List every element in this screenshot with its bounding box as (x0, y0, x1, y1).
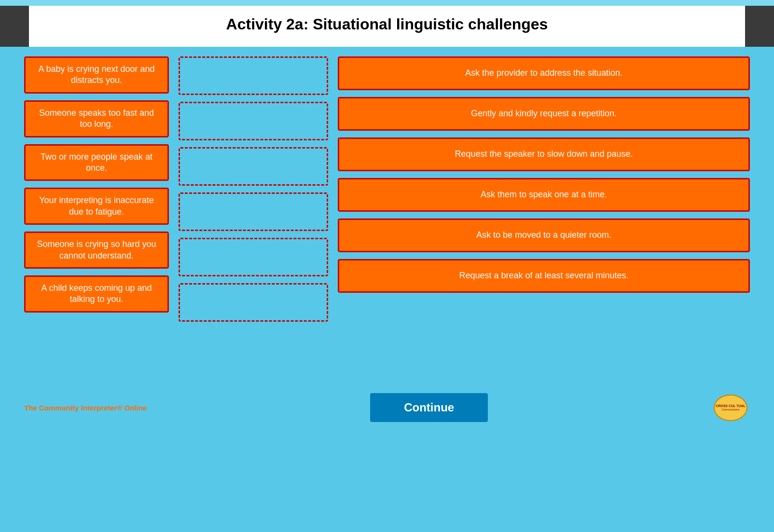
brand-label: The Community Interpreter® Online (24, 404, 147, 412)
scenario-card-3[interactable]: Two or more people speak at once. (24, 144, 169, 181)
logo-text-top: CROSS CUL TUAL (716, 404, 746, 408)
title-area: Activity 2a: Situational linguistic chal… (29, 6, 745, 47)
response-card-5[interactable]: Ask to be moved to a quieter room. (338, 218, 750, 252)
scenario-column: A baby is crying next door and distracts… (24, 56, 169, 384)
drop-zone-2[interactable] (179, 102, 328, 140)
response-card-2[interactable]: Gently and kindly request a repetition. (338, 97, 750, 131)
response-card-1[interactable]: Ask the provider to address the situatio… (338, 56, 750, 90)
logo-circle: CROSS CUL TUAL Communications (714, 395, 747, 421)
response-card-6[interactable]: Request a break of at least several minu… (338, 259, 750, 293)
header-wrapper: Activity 2a: Situational linguistic chal… (0, 6, 774, 47)
scenario-card-4[interactable]: Your interpreting is inaccurate due to f… (24, 188, 169, 225)
scenario-card-1[interactable]: A baby is crying next door and distracts… (24, 56, 169, 94)
accent-bar (0, 0, 774, 6)
logo-text-bottom: Communications (721, 408, 739, 411)
scenario-card-5[interactable]: Someone is crying so hard you cannot und… (24, 232, 169, 269)
drop-zone-6[interactable] (179, 283, 328, 322)
continue-button[interactable]: Continue (370, 393, 488, 422)
response-card-3[interactable]: Request the speaker to slow down and pau… (338, 137, 750, 171)
footer: The Community Interpreter® Online Contin… (0, 384, 774, 431)
scenario-card-2[interactable]: Someone speaks too fast and too long. (24, 100, 169, 137)
logo: CROSS CUL TUAL Communications (711, 393, 750, 422)
drop-zone-5[interactable] (179, 238, 328, 276)
response-card-4[interactable]: Ask them to speak one at a time. (338, 178, 750, 212)
page-title: Activity 2a: Situational linguistic chal… (48, 15, 726, 33)
drop-zone-1[interactable] (179, 56, 328, 95)
response-column: Ask the provider to address the situatio… (338, 56, 750, 384)
drop-zone-3[interactable] (179, 147, 328, 186)
main-content: A baby is crying next door and distracts… (0, 47, 774, 384)
scenario-card-6[interactable]: A child keeps coming up and talking to y… (24, 275, 169, 313)
drop-zone-4[interactable] (179, 192, 328, 231)
drop-zone-column (179, 56, 328, 384)
